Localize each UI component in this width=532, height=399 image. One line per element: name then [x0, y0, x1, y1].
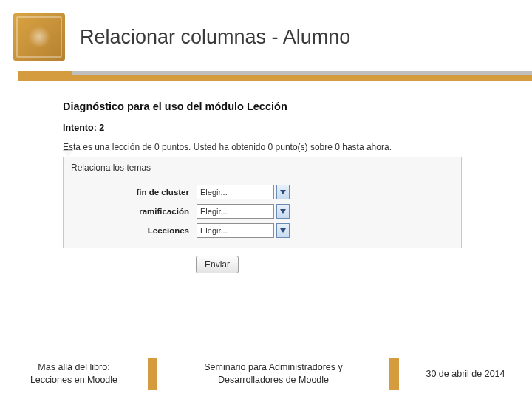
diagnostic-title: Diagnóstico para el uso del módulo Lecci…	[63, 100, 502, 112]
dropdown-button[interactable]	[276, 223, 290, 238]
svg-marker-2	[280, 228, 286, 233]
footer-left: Mas allá del libro: Lecciones en Moodle	[0, 361, 148, 386]
attempt-label: Intento:	[63, 123, 97, 133]
match-label: ramificación	[64, 207, 197, 216]
footer-left-line2: Lecciones en Moodle	[7, 374, 140, 386]
match-label: fin de cluster	[64, 188, 197, 197]
matching-panel: Relaciona los temas fin de cluster Elegi…	[63, 157, 462, 248]
unam-logo	[13, 13, 65, 61]
chevron-down-icon	[280, 228, 286, 233]
match-label: Lecciones	[64, 226, 197, 235]
chevron-down-icon	[280, 190, 286, 194]
footer-date: 30 de abril de 2014	[406, 368, 525, 381]
page-title: Relacionar columnas - Alumno	[80, 26, 350, 49]
footer-left-line1: Mas allá del libro:	[7, 361, 140, 374]
match-row: Lecciones Elegir...	[64, 221, 461, 240]
attempt-number: 2	[99, 123, 104, 133]
svg-marker-0	[280, 190, 286, 194]
footer-middle: Seminario para Administradores y Desarro…	[157, 361, 389, 386]
match-row: fin de cluster Elegir...	[64, 183, 461, 202]
footer: Mas allá del libro: Lecciones en Moodle …	[0, 358, 532, 390]
panel-heading: Relaciona los temas	[64, 157, 461, 178]
footer-mid-line1: Seminario para Administradores y	[165, 361, 382, 374]
footer-mid-line2: Desarrolladores de Moodle	[165, 374, 382, 386]
panel-tab-icon	[63, 150, 73, 157]
match-select[interactable]: Elegir...	[197, 204, 274, 219]
footer-separator	[148, 358, 157, 390]
chevron-down-icon	[280, 209, 286, 214]
match-row: ramificación Elegir...	[64, 202, 461, 221]
attempt-line: Intento: 2	[63, 123, 502, 133]
dropdown-button[interactable]	[276, 185, 290, 200]
footer-right: 30 de abril de 2014	[399, 368, 532, 381]
submit-button[interactable]: Enviar	[196, 256, 239, 273]
match-select[interactable]: Elegir...	[197, 223, 274, 238]
score-description: Esta es una lección de 0 puntos. Usted h…	[63, 142, 502, 152]
match-select[interactable]: Elegir...	[197, 185, 274, 200]
svg-marker-1	[280, 209, 286, 214]
dropdown-button[interactable]	[276, 204, 290, 219]
divider-bar	[0, 71, 532, 84]
footer-separator	[389, 358, 399, 390]
